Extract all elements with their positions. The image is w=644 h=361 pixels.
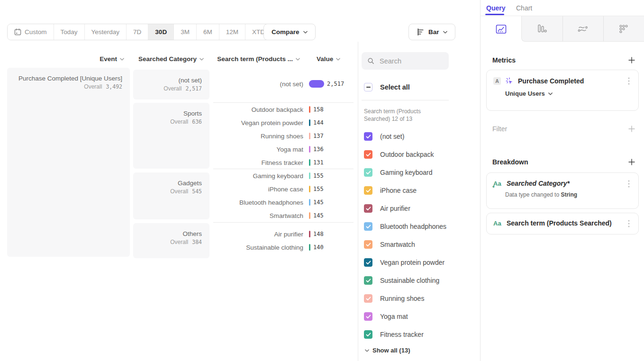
table-row[interactable]: Air purifier 148 <box>213 227 354 241</box>
add-breakdown-button[interactable] <box>628 158 635 166</box>
table-row[interactable]: Smartwatch 145 <box>213 209 354 222</box>
column-header-searched-category[interactable]: Searched Category <box>133 55 204 63</box>
checkbox-checked[interactable] <box>364 312 372 321</box>
legend-checkbox-item[interactable]: (not set) <box>364 127 446 145</box>
select-all-checkbox[interactable] <box>364 83 372 91</box>
legend-checkbox-item[interactable]: Gaming keyboard <box>364 163 446 181</box>
column-header-value[interactable]: Value <box>317 55 345 63</box>
modified-star-icon: ✦ <box>492 185 495 189</box>
event-cell[interactable]: Purchase Completed [Unique Users] Overal… <box>7 68 130 257</box>
value-bar <box>309 212 310 219</box>
checkbox-checked[interactable] <box>364 168 372 177</box>
category-cell[interactable]: Gadgets Overall545 <box>133 172 209 219</box>
category-cell[interactable]: Sports Overall636 <box>133 103 209 169</box>
legend-checkbox-item[interactable]: iPhone case <box>364 181 446 199</box>
select-all-row[interactable]: Select all <box>364 83 410 91</box>
legend-checkbox-item[interactable]: Fitness tracker <box>364 325 446 343</box>
report-type-tabs <box>481 16 644 42</box>
tab-chart[interactable]: Chart <box>516 4 532 12</box>
legend-checkbox-item[interactable]: Smartwatch <box>364 235 446 253</box>
checkbox-checked[interactable] <box>364 294 372 303</box>
legend-item-label: Fitness tracker <box>380 331 424 338</box>
table-row[interactable]: Outdoor backpack 158 <box>213 103 354 116</box>
table-row[interactable]: Vegan protein powder 144 <box>213 116 354 129</box>
value-bar <box>309 133 310 139</box>
legend-item-label: Gaming keyboard <box>380 169 433 176</box>
check-icon <box>366 135 371 139</box>
checkbox-checked[interactable] <box>364 276 372 285</box>
table-row[interactable]: iPhone case 155 <box>213 182 354 196</box>
add-metric-button[interactable] <box>628 56 635 64</box>
legend-checkbox-item[interactable]: Yoga mat <box>364 307 446 325</box>
string-property-icon: Aa <box>493 220 502 227</box>
date-range-today[interactable]: Today <box>54 24 85 40</box>
table-row[interactable]: Sustainable clothing 140 <box>213 241 354 254</box>
checkbox-checked[interactable] <box>364 204 372 213</box>
metric-card[interactable]: A Purchase Completed Unique Users <box>486 70 639 111</box>
calendar-icon <box>14 28 21 36</box>
checkbox-checked[interactable] <box>364 222 372 231</box>
tab-retention[interactable] <box>603 16 644 42</box>
string-property-icon: Aa✦ <box>493 180 502 187</box>
chevron-down-icon <box>365 349 369 352</box>
checkbox-checked[interactable] <box>364 186 372 195</box>
legend-checkbox-item[interactable]: Bluetooth headphones <box>364 217 446 235</box>
breakdown-menu-button[interactable] <box>625 180 633 188</box>
date-range-6m[interactable]: 6M <box>197 24 219 40</box>
check-icon <box>366 207 371 211</box>
legend-item-label: Sustainable clothing <box>380 277 439 284</box>
breakdown-card[interactable]: Aa Search term (Products Searched) <box>486 213 639 235</box>
column-header-event[interactable]: Event <box>7 55 124 63</box>
compare-button[interactable]: Compare <box>263 24 316 40</box>
metric-menu-button[interactable] <box>625 77 633 85</box>
table-row[interactable]: Fitness tracker 131 <box>213 156 354 169</box>
legend-checkbox-item[interactable]: Air purifier <box>364 199 446 217</box>
app-root: Custom Today Yesterday 7D 30D 3M 6M 12M … <box>0 0 644 361</box>
table-row[interactable]: (not set) 2,517 <box>213 77 354 90</box>
tab-query[interactable]: Query <box>486 4 505 12</box>
breakdown-menu-button[interactable] <box>625 219 633 228</box>
search-icon <box>367 57 374 64</box>
date-range-7d[interactable]: 7D <box>127 24 148 40</box>
flows-icon <box>578 25 588 33</box>
tab-funnels[interactable] <box>521 16 562 42</box>
counting-method-dropdown[interactable]: Unique Users <box>505 90 638 97</box>
tab-flows[interactable] <box>562 16 603 42</box>
checkbox-checked[interactable] <box>364 132 372 141</box>
table-row[interactable]: Running shoes 137 <box>213 129 354 143</box>
table-row[interactable]: Yoga mat 136 <box>213 143 354 156</box>
table-row[interactable]: Gaming keyboard 155 <box>213 169 354 182</box>
category-cell[interactable]: (not set) Overall2,517 <box>133 70 209 99</box>
date-range-yesterday[interactable]: Yesterday <box>85 24 127 40</box>
breakdown-heading: Breakdown <box>492 158 528 166</box>
category-cell[interactable]: Others Overall384 <box>133 223 209 258</box>
show-all-button[interactable]: Show all (13) <box>365 347 410 354</box>
checkbox-checked[interactable] <box>364 150 372 159</box>
value-bar <box>309 119 310 126</box>
legend-checkbox-item[interactable]: Sustainable clothing <box>364 271 446 289</box>
legend-checkbox-item[interactable]: Running shoes <box>364 289 446 307</box>
checkbox-checked[interactable] <box>364 258 372 267</box>
date-range-custom[interactable]: Custom <box>8 24 54 40</box>
chart-type-button[interactable]: Bar <box>408 24 455 40</box>
date-range-30d[interactable]: 30D <box>148 24 174 40</box>
event-spark-icon <box>506 77 513 85</box>
plus-icon <box>628 158 635 166</box>
column-header-search-term[interactable]: Search term (Products ... <box>213 55 300 63</box>
date-range-12m[interactable]: 12M <box>219 24 245 40</box>
value-bar <box>309 231 310 237</box>
legend-checkbox-item[interactable]: Outdoor backpack <box>364 145 446 163</box>
plus-icon <box>628 56 635 64</box>
table-row[interactable]: Bluetooth headphones 145 <box>213 196 354 209</box>
search-input[interactable] <box>379 57 440 65</box>
breakdown-note: Data type changed to String <box>505 191 638 198</box>
checkbox-checked[interactable] <box>364 330 372 339</box>
checkbox-checked[interactable] <box>364 240 372 249</box>
date-range-3m[interactable]: 3M <box>174 24 197 40</box>
add-filter-button[interactable] <box>628 125 635 133</box>
legend-item-label: Yoga mat <box>380 313 408 320</box>
tab-insights[interactable] <box>481 16 521 42</box>
active-tab-underline <box>485 14 504 15</box>
breakdown-card[interactable]: Aa✦ Searched Category* Data type changed… <box>486 172 639 209</box>
legend-checkbox-item[interactable]: Vegan protein powder <box>364 253 446 271</box>
